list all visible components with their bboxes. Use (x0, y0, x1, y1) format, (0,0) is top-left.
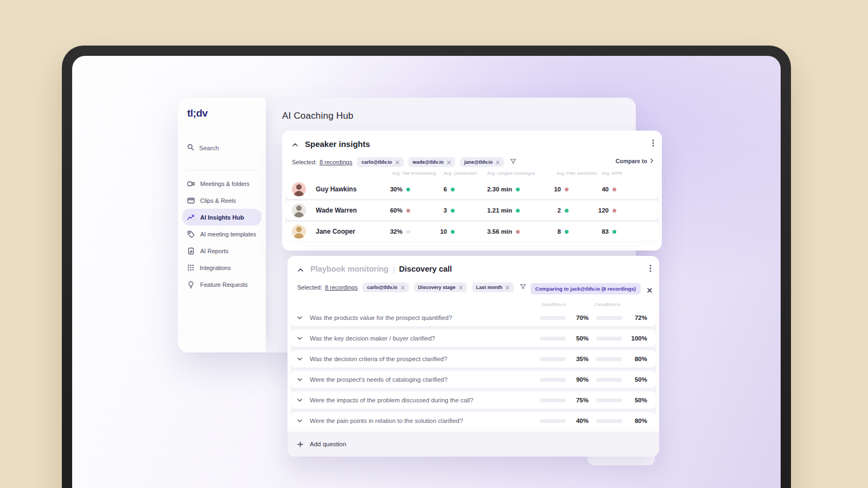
progress-bar-right (596, 399, 622, 402)
selected-label: Selected: (297, 284, 322, 291)
sidebar-item-ai-reports[interactable]: AI Reports (182, 242, 261, 259)
table-row: Wade Warren 60% 3 1.21 min 2 120 (285, 201, 659, 220)
status-dot (406, 209, 410, 213)
column-header: Jack@tldv.io (541, 302, 566, 307)
chevron-up-icon (292, 139, 298, 149)
close-icon[interactable] (395, 160, 399, 164)
progress-bar-left (540, 316, 566, 320)
metric-value: 40 (602, 186, 609, 192)
close-icon[interactable] (401, 286, 405, 290)
compare-to-button[interactable]: Compare to (616, 158, 653, 164)
progress-value-right: 50% (627, 376, 647, 383)
question-row[interactable]: Was the products value for the prospect … (291, 309, 656, 326)
page-title: AI Coaching Hub (282, 111, 354, 121)
app-logo: tl;dv (187, 107, 208, 119)
sidebar-item-label: AI Reports (200, 248, 228, 254)
chevron-down-icon (297, 399, 302, 402)
card-menu-button[interactable] (649, 265, 652, 274)
progress-bar-right (596, 378, 622, 382)
avatar (292, 182, 306, 196)
playbook-question-list: Was the products value for the prospect … (291, 309, 656, 429)
progress-value-right: 50% (627, 397, 647, 403)
speaker-name: Guy Hawkins (316, 185, 372, 193)
close-icon[interactable] (459, 286, 463, 290)
progress-value-left: 75% (570, 397, 589, 403)
question-row[interactable]: Were the prospect's needs of cataloging … (291, 371, 656, 388)
progress-bar-left (540, 378, 566, 382)
chip-label: jane@tldv.io (464, 159, 493, 165)
sidebar-item-label: Meetings & folders (200, 181, 250, 187)
card-title-muted: Playbook monitoring (310, 265, 388, 273)
chevron-down-icon (297, 337, 302, 340)
filter-chip-wade[interactable]: wade@tldv.io (409, 157, 455, 167)
question-row[interactable]: Was the decision criteria of the prospec… (291, 350, 656, 368)
filter-button[interactable] (510, 157, 516, 167)
sidebar-item-clips-reels[interactable]: Clips & Reels (182, 192, 261, 209)
collapse-button[interactable] (291, 139, 299, 148)
video-camera-icon (187, 180, 195, 188)
progress-value-left: 50% (570, 335, 589, 342)
filter-chip-carlo[interactable]: carlo@tldv.io (357, 157, 403, 167)
chevron-down-icon (297, 378, 302, 381)
status-dot (451, 188, 455, 191)
question-row[interactable]: Were the pain points in relation to the … (291, 412, 656, 429)
comparing-to-chip[interactable]: Comparing to jack@tldv.io (8 recordings) (531, 283, 641, 294)
column-header: Carlo@tldv.io (595, 302, 621, 307)
close-icon[interactable] (496, 160, 500, 164)
status-dot (612, 188, 616, 191)
sidebar-item-meetings-folders[interactable]: Meetings & folders (182, 175, 261, 192)
table-row: Guy Hawkins 30% 6 2.30 min 10 40 (285, 179, 659, 199)
chip-label: Last month (476, 285, 503, 290)
filter-button[interactable] (520, 282, 526, 292)
playbook-monitoring-card: Playbook monitoring | Discovery call Sel… (288, 256, 659, 457)
funnel-filter-icon (510, 157, 516, 167)
sidebar-item-feature-requests[interactable]: Feature Requests (182, 276, 261, 293)
metric-value: 2.30 min (487, 186, 512, 192)
filter-chip-jane[interactable]: jane@tldv.io (460, 157, 505, 167)
close-icon[interactable] (506, 286, 509, 290)
sidebar-item-label: Integrations (200, 265, 231, 271)
speaker-insights-card: Speaker insights Selected: 8 recordings … (282, 131, 662, 251)
column-header: Avg. Filler words/min (557, 171, 597, 176)
progress-value-right: 100% (627, 335, 647, 342)
speaker-name: Wade Warren (316, 207, 372, 214)
filter-chip-discovery-stage[interactable]: Discovery stage (414, 282, 467, 292)
status-dot (406, 230, 410, 234)
avatar (292, 203, 306, 217)
metric-value: 10 (554, 186, 561, 192)
sidebar-divider (186, 170, 259, 170)
close-comparison-button[interactable] (647, 285, 652, 295)
sidebar: tl;dv Search Meetings & folders (178, 98, 266, 352)
close-icon[interactable] (447, 160, 451, 164)
metric-value: 83 (602, 228, 609, 235)
question-text: Was the products value for the prospect … (310, 314, 540, 321)
question-row[interactable]: Were the impacts of the problem discusse… (291, 391, 656, 409)
progress-value-left: 35% (570, 356, 589, 362)
plus-icon (297, 441, 303, 447)
sidebar-search[interactable]: Search (187, 144, 219, 152)
metric-value: 8 (558, 228, 561, 235)
metric-value: 60% (390, 207, 403, 214)
chip-label: carlo@tldv.io (361, 159, 392, 165)
sidebar-item-label: AI Insights Hub (200, 214, 244, 221)
sidebar-item-ai-meeting-templates[interactable]: AI meeting templates (182, 226, 261, 242)
metric-value: 3 (444, 207, 447, 214)
progress-value-left: 90% (570, 376, 589, 383)
question-row[interactable]: Was the key decision maker / buyer clari… (291, 330, 656, 347)
add-question-button[interactable]: Add question (288, 432, 659, 457)
sidebar-item-integrations[interactable]: Integrations (182, 259, 261, 276)
filter-chip-last-month[interactable]: Last month (472, 282, 514, 292)
status-dot (565, 209, 569, 213)
playbook-header: Playbook monitoring | Discovery call (288, 256, 659, 282)
status-dot (612, 209, 616, 213)
progress-bar-left (540, 399, 566, 402)
sidebar-item-ai-insights-hub[interactable]: AI Insights Hub (182, 209, 261, 226)
selected-count-link[interactable]: 8 recordings (320, 159, 353, 165)
progress-bar-right (596, 337, 622, 341)
card-menu-button[interactable] (652, 139, 654, 149)
selected-count-link[interactable]: 8 recordings (325, 284, 358, 291)
progress-value-left: 70% (570, 314, 589, 321)
filter-chip-carlo[interactable]: carlo@tldv.io (362, 282, 409, 292)
speaker-filters-row: Selected: 8 recordings carlo@tldv.io wad… (292, 156, 516, 168)
collapse-button[interactable] (296, 265, 305, 273)
